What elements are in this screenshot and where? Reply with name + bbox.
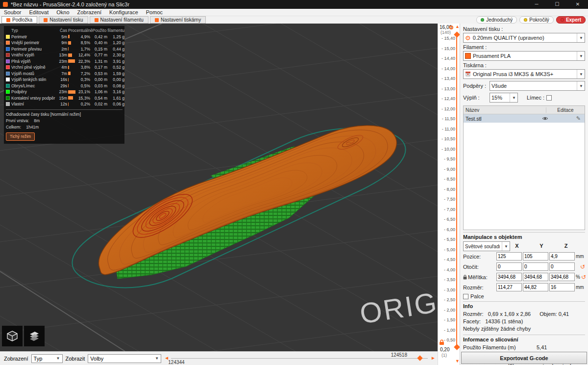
legend-row-vlastni[interactable]: Vlastní12s0,2%0,02 m0,06 g [6, 101, 122, 107]
minimize-button[interactable]: ─ [526, 0, 547, 9]
layer-tick: - 8,50 [438, 177, 455, 182]
position-y-input[interactable] [523, 252, 548, 261]
layers-preview-button[interactable] [24, 326, 45, 346]
legend-row-perimetr[interactable]: Perimetr5m4,9%0,42 m1,25 g [6, 34, 122, 40]
menu-okno[interactable]: Okno [52, 9, 73, 16]
export-gcode-button[interactable]: Exportovat G-code [461, 352, 587, 364]
feature-color-swatch [6, 96, 10, 100]
filament-color-icon [465, 53, 471, 59]
feature-color-swatch [6, 47, 10, 51]
printer-combo[interactable]: Original Prusa i3 MK3S & MK3S+ ▼ [463, 69, 585, 79]
close-button[interactable]: ✕ [567, 0, 588, 9]
legend-row-perimetr-previsu[interactable]: Perimetr převisu2m1,7%0,15 m0,44 g [6, 46, 122, 52]
layer-down-arrow-icon[interactable]: ▼ [455, 359, 460, 364]
object-list: Název Editace Test.stl ✎ [463, 105, 585, 230]
bed-logo-text: ORIGINAL [358, 275, 438, 330]
layer-tick: - 8,00 [438, 187, 455, 192]
legend-row-plna-vypln[interactable]: Plná výplň23m22,3%1,31 m3,91 g [6, 58, 122, 65]
position-x-input[interactable] [496, 252, 522, 261]
layer-tick: - 15,40 [438, 36, 455, 41]
tab-nastaveni-tiskarny[interactable]: Nastavení tiskárny [150, 16, 206, 24]
feature-color-swatch [6, 53, 10, 57]
layer-up-arrow-icon[interactable]: ▲ [455, 25, 460, 29]
percent-bar [68, 47, 76, 51]
layer-tick: - 10,50 [438, 137, 455, 141]
infill-combo[interactable]: 15% ▼ [490, 93, 518, 103]
mode-label: Pokročilý [529, 17, 549, 23]
uniform-scale-lock-icon[interactable] [463, 275, 467, 280]
menu-zobrazeni[interactable]: Zobrazení [74, 9, 106, 16]
maximize-button[interactable]: ☐ [547, 0, 567, 9]
moves-slider-track[interactable] [171, 358, 428, 359]
sliced-model[interactable] [98, 126, 396, 275]
info-facets: 14336 (1 stěna) [485, 318, 523, 325]
layer-tick: - 3,00 [438, 288, 455, 292]
scale-x-input[interactable] [496, 273, 522, 281]
menu-soubor[interactable]: Soubor [0, 9, 25, 16]
moves-slider-handle[interactable] [417, 355, 422, 361]
legend-row-vrchni-plne-vyplne[interactable]: Vrchní plné výplně4m3,8%0,17 m0,52 g [6, 64, 122, 71]
tab-podlozka[interactable]: Podložka [1, 16, 37, 24]
legend-row-vnejsi-perimetr[interactable]: Vnější perimetr9m8,5%0,40 m1,20 g [6, 40, 122, 46]
layer-slider-lower-handle[interactable] [454, 344, 460, 350]
single-layer-toggle-icon[interactable] [449, 26, 453, 29]
object-row[interactable]: Test.stl ✎ [464, 114, 585, 123]
axis-header-x: X [505, 243, 529, 249]
legend-row-obrys-limec[interactable]: Obrys/Límec29s0,5%0,03 m0,08 g [6, 83, 122, 89]
menu-pomoc[interactable]: Pomoc [142, 9, 167, 16]
legend-row-vypln-tenkych-sten[interactable]: Výplň tenkých stěn16s0,3%0,00 m0,00 g [6, 77, 122, 83]
size-y-input[interactable] [523, 283, 548, 291]
stealth-mode-button[interactable]: Tichý režim [6, 132, 35, 141]
layer-tick: - 10,00 [438, 147, 455, 152]
menu-editovat[interactable]: Editovat [25, 9, 52, 16]
layer-slider[interactable]: 16,00 (140) ▲ - 15,40- 15,00- 14,40- 14,… [438, 24, 460, 365]
scale-z-input[interactable] [549, 273, 575, 281]
eye-icon[interactable] [539, 116, 551, 122]
3d-viewport[interactable]: ORIGINAL [0, 24, 438, 351]
filament-label: Filament : [463, 44, 585, 51]
tab-nastaveni-tisku[interactable]: Nastavení tisku [39, 16, 88, 24]
rotate-y-input[interactable] [523, 262, 548, 271]
rotate-z-input[interactable] [549, 262, 575, 271]
mode-expert[interactable]: Expert [556, 16, 586, 24]
reset-rotation-icon[interactable]: ↺ [580, 263, 585, 270]
moves-right-arrow-icon[interactable]: ► [431, 355, 436, 361]
reset-scale-icon[interactable]: ↺ [581, 274, 586, 281]
show-options-select[interactable]: Volby▼ [88, 354, 161, 363]
coordinates-combo[interactable]: Světové souřadnice ▼ [463, 241, 510, 251]
layer-tick: - 13,40 [438, 77, 455, 81]
layer-tick: - 13,00 [438, 87, 455, 91]
size-x-input[interactable] [496, 283, 522, 291]
position-z-input[interactable] [549, 252, 575, 261]
menu-konfigurace[interactable]: Konfigurace [105, 9, 142, 16]
edit-object-icon[interactable]: ✎ [551, 115, 585, 122]
rotate-x-input[interactable] [496, 262, 522, 271]
print-settings-combo[interactable]: ⚙ 0.20mm QUALITY (upraveno) ▼ [463, 33, 585, 43]
legend-row-vypln-mostu[interactable]: Výplň mostů7m7,2%0,53 m1,59 g [6, 71, 122, 77]
mode-pokrocily[interactable]: Pokročilý [519, 16, 554, 24]
size-z-input[interactable] [549, 283, 575, 291]
layer-tick: - 7,00 [438, 208, 455, 212]
view-type-select[interactable]: Typ▼ [31, 354, 63, 363]
inches-checkbox[interactable] [463, 294, 468, 299]
layer-slider-bottom-layer: (1) [441, 353, 447, 358]
brim-checkbox[interactable] [546, 95, 552, 101]
chevron-down-icon: ▼ [577, 81, 583, 90]
nastaveni-tiskarny-icon [155, 18, 159, 22]
supports-combo[interactable]: Všude ▼ [490, 81, 585, 91]
title-bar: *Bez názvu - PrusaSlicer-2.4.0 založený … [0, 0, 588, 9]
filament-value: Prusament PLA [473, 53, 575, 59]
3d-view-button[interactable] [2, 326, 23, 346]
mode-jednoduchy[interactable]: Jednoduchý [476, 16, 517, 24]
percent-bar [68, 41, 76, 45]
tab-nastaveni-filamentu[interactable]: Nastavení filamentu [90, 16, 148, 24]
legend-row-vnitrni-vypln[interactable]: Vnitřní výplň13m12,4%0,77 m2,30 g [6, 52, 122, 58]
scale-y-input[interactable] [523, 273, 548, 281]
layer-range-lock-icon[interactable] [439, 339, 444, 345]
legend-row-podpery[interactable]: Podpěry23m23,1%1,06 m3,16 g [6, 89, 122, 95]
filament-combo[interactable]: Prusament PLA ▼ [463, 51, 585, 61]
legend-row-kontaktni-vrstvy-podper[interactable]: Kontaktní vrstvy podpěr15m15,3%0,54 m1,6… [6, 95, 122, 102]
moves-slider[interactable]: ◄ ► 124344 124518 [164, 352, 436, 365]
mode-switcher: JednoduchýPokročilýExpert [476, 16, 586, 24]
layer-slider-track[interactable] [456, 34, 457, 349]
